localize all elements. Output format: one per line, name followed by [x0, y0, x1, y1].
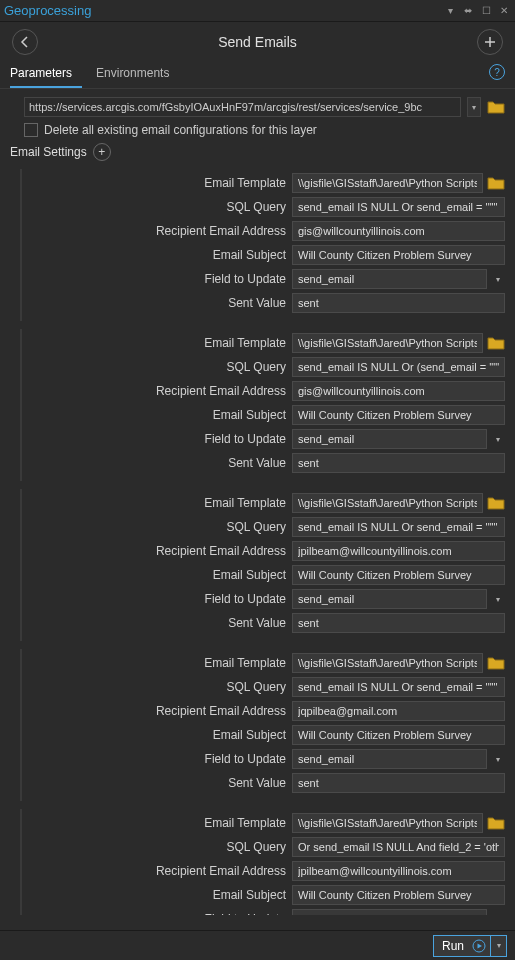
browse-folder-icon[interactable]	[487, 655, 505, 671]
sql-query-label: SQL Query	[24, 840, 292, 854]
delete-existing-label: Delete all existing email configurations…	[44, 123, 317, 137]
subject-label: Email Subject	[24, 888, 292, 902]
combo-dropdown-icon[interactable]: ▾	[491, 589, 505, 609]
window-title: Geoprocessing	[4, 3, 443, 18]
recipient-input[interactable]	[292, 221, 505, 241]
browse-folder-icon[interactable]	[487, 495, 505, 511]
field-to-update-label: Field to Update	[24, 592, 292, 606]
browse-folder-icon[interactable]	[487, 815, 505, 831]
delete-existing-checkbox[interactable]	[24, 123, 38, 137]
tab-environments[interactable]: Environments	[96, 62, 179, 88]
sent-value-input[interactable]	[292, 613, 505, 633]
field-to-update-label: Field to Update	[24, 752, 292, 766]
email-template-label: Email Template	[24, 496, 292, 510]
play-icon	[472, 939, 486, 953]
combo-dropdown-icon[interactable]: ▾	[491, 749, 505, 769]
browse-folder-icon[interactable]	[487, 335, 505, 351]
sent-value-input[interactable]	[292, 453, 505, 473]
recipient-label: Recipient Email Address	[24, 864, 292, 878]
field-to-update-label: Field to Update	[24, 272, 292, 286]
email-template-input[interactable]	[292, 333, 483, 353]
recipient-input[interactable]	[292, 541, 505, 561]
recipient-label: Recipient Email Address	[24, 224, 292, 238]
sql-query-input[interactable]	[292, 677, 505, 697]
combo-dropdown-icon[interactable]: ▾	[491, 269, 505, 289]
email-template-input[interactable]	[292, 813, 483, 833]
subject-label: Email Subject	[24, 728, 292, 742]
tab-parameters[interactable]: Parameters	[10, 62, 82, 88]
email-settings-group: Email Template SQL Query Recipient Email…	[20, 489, 505, 641]
arrow-left-icon	[18, 35, 32, 49]
recipient-label: Recipient Email Address	[24, 704, 292, 718]
recipient-label: Recipient Email Address	[24, 544, 292, 558]
browse-folder-icon[interactable]	[487, 175, 505, 191]
sql-query-label: SQL Query	[24, 200, 292, 214]
field-to-update-label: Field to Update	[24, 432, 292, 446]
browse-folder-icon[interactable]	[487, 99, 505, 115]
email-template-input[interactable]	[292, 653, 483, 673]
recipient-input[interactable]	[292, 861, 505, 881]
back-button[interactable]	[12, 29, 38, 55]
subject-input[interactable]	[292, 245, 505, 265]
sent-value-input[interactable]	[292, 293, 505, 313]
recipient-input[interactable]	[292, 701, 505, 721]
subject-label: Email Subject	[24, 248, 292, 262]
email-settings-group: Email Template SQL Query Recipient Email…	[20, 329, 505, 481]
sql-query-input[interactable]	[292, 517, 505, 537]
field-to-update-combo[interactable]	[292, 269, 487, 289]
subject-input[interactable]	[292, 725, 505, 745]
plus-icon	[483, 35, 497, 49]
page-title: Send Emails	[218, 34, 297, 50]
sql-query-label: SQL Query	[24, 360, 292, 374]
sent-value-label: Sent Value	[24, 456, 292, 470]
add-email-setting-button[interactable]: +	[93, 143, 111, 161]
email-template-input[interactable]	[292, 493, 483, 513]
sql-query-input[interactable]	[292, 197, 505, 217]
close-icon[interactable]: ✕	[497, 4, 511, 18]
subject-input[interactable]	[292, 405, 505, 425]
sql-query-label: SQL Query	[24, 520, 292, 534]
sent-value-label: Sent Value	[24, 616, 292, 630]
field-to-update-combo[interactable]	[292, 749, 487, 769]
email-template-label: Email Template	[24, 816, 292, 830]
autohide-icon[interactable]: ⬌	[461, 4, 475, 18]
dropdown-icon[interactable]: ▾	[443, 4, 457, 18]
run-button[interactable]: Run ▾	[433, 935, 507, 957]
email-template-input[interactable]	[292, 173, 483, 193]
email-settings-label: Email Settings	[10, 145, 87, 159]
email-template-label: Email Template	[24, 176, 292, 190]
subject-label: Email Subject	[24, 408, 292, 422]
combo-dropdown-icon[interactable]: ▾	[491, 429, 505, 449]
layer-url-input[interactable]	[24, 97, 461, 117]
maximize-icon[interactable]: ☐	[479, 4, 493, 18]
sql-query-input[interactable]	[292, 837, 505, 857]
email-template-label: Email Template	[24, 656, 292, 670]
email-settings-group: Email Template SQL Query Recipient Email…	[20, 649, 505, 801]
email-template-label: Email Template	[24, 336, 292, 350]
field-to-update-label: Field to Update	[24, 912, 292, 915]
sent-value-label: Sent Value	[24, 296, 292, 310]
run-split-button[interactable]: ▾	[490, 936, 506, 956]
field-to-update-combo[interactable]	[292, 429, 487, 449]
help-icon[interactable]: ?	[489, 64, 505, 80]
add-button[interactable]	[477, 29, 503, 55]
subject-input[interactable]	[292, 885, 505, 905]
field-to-update-combo[interactable]	[292, 909, 487, 915]
sql-query-label: SQL Query	[24, 680, 292, 694]
email-settings-group: Email Template SQL Query Recipient Email…	[20, 169, 505, 321]
recipient-input[interactable]	[292, 381, 505, 401]
combo-dropdown-icon[interactable]: ▾	[491, 909, 505, 915]
url-dropdown-button[interactable]: ▾	[467, 97, 481, 117]
recipient-label: Recipient Email Address	[24, 384, 292, 398]
subject-label: Email Subject	[24, 568, 292, 582]
sent-value-label: Sent Value	[24, 776, 292, 790]
subject-input[interactable]	[292, 565, 505, 585]
run-label: Run	[434, 939, 472, 953]
sql-query-input[interactable]	[292, 357, 505, 377]
sent-value-input[interactable]	[292, 773, 505, 793]
field-to-update-combo[interactable]	[292, 589, 487, 609]
email-settings-group: Email Template SQL Query Recipient Email…	[20, 809, 505, 915]
